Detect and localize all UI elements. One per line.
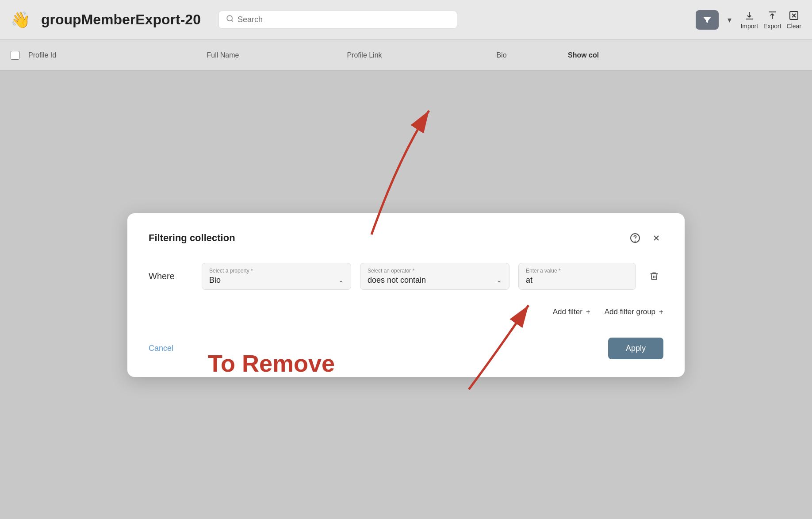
filter-button[interactable] <box>696 10 719 30</box>
add-filter-group-label: Add filter group <box>605 308 655 316</box>
add-filter-button[interactable]: Add filter + <box>553 308 590 316</box>
property-select[interactable]: Select a property * Bio ⌄ <box>202 263 351 290</box>
import-button[interactable]: Import <box>740 10 758 30</box>
value-input-label: Enter a value * <box>526 268 628 274</box>
app-title: groupMemberExport-20 <box>41 12 201 28</box>
dialog-title: Filtering collection <box>149 232 235 244</box>
filter-actions: Add filter + Add filter group + <box>149 308 663 316</box>
svg-point-6 <box>635 241 636 241</box>
app-icon: 👋 <box>11 11 31 29</box>
property-value-text: Bio <box>209 276 221 285</box>
dialog-footer: Cancel Apply <box>149 338 663 359</box>
col-full-name: Full Name <box>152 51 294 59</box>
apply-button[interactable]: Apply <box>608 338 663 359</box>
modal-overlay: Filtering collection <box>0 71 812 519</box>
cancel-button[interactable]: Cancel <box>149 344 173 353</box>
select-all-checkbox[interactable] <box>11 51 28 60</box>
operator-value-text: does not contain <box>368 276 426 285</box>
svg-line-1 <box>231 20 233 21</box>
content-area: Filtering collection <box>0 71 812 519</box>
svg-point-0 <box>227 15 232 21</box>
operator-select[interactable]: Select an operator * does not contain ⌄ <box>360 263 509 290</box>
property-chevron-icon: ⌄ <box>338 277 344 284</box>
close-button[interactable] <box>649 231 663 245</box>
filter-dialog: Filtering collection <box>127 213 685 377</box>
operator-select-label: Select an operator * <box>368 268 502 274</box>
search-bar[interactable] <box>218 11 457 29</box>
table-header: Profile Id Full Name Profile Link Bio Sh… <box>0 40 812 71</box>
filter-row: Where Select a property * Bio ⌄ Select a… <box>149 263 663 290</box>
property-select-label: Select a property * <box>209 268 344 274</box>
add-filter-plus-icon: + <box>586 308 590 316</box>
col-show-columns: Show col <box>568 51 599 59</box>
property-select-value[interactable]: Bio ⌄ <box>209 276 344 285</box>
top-bar-actions: ▾ Import Export Clear <box>696 10 801 30</box>
clear-button[interactable]: Clear <box>787 10 801 30</box>
export-button[interactable]: Export <box>763 10 781 30</box>
operator-select-value[interactable]: does not contain ⌄ <box>368 276 502 285</box>
add-filter-group-plus-icon: + <box>659 308 663 316</box>
operator-chevron-icon: ⌄ <box>497 277 502 284</box>
dialog-header-icons <box>628 231 663 245</box>
top-bar: 👋 groupMemberExport-20 ▾ Import Expo <box>0 0 812 40</box>
where-label: Where <box>149 271 193 281</box>
search-icon <box>226 15 234 25</box>
filter-dropdown-chevron[interactable]: ▾ <box>724 12 735 28</box>
delete-filter-button[interactable] <box>645 267 663 285</box>
col-bio: Bio <box>435 51 568 59</box>
add-filter-label: Add filter <box>553 308 582 316</box>
help-button[interactable] <box>628 231 642 245</box>
col-profile-link: Profile Link <box>294 51 435 59</box>
dialog-header: Filtering collection <box>149 231 663 245</box>
search-input[interactable] <box>237 15 450 24</box>
value-input[interactable] <box>526 276 628 285</box>
col-profile-id: Profile Id <box>28 51 152 59</box>
add-filter-group-button[interactable]: Add filter group + <box>605 308 663 316</box>
value-input-wrap[interactable]: Enter a value * <box>518 263 636 290</box>
